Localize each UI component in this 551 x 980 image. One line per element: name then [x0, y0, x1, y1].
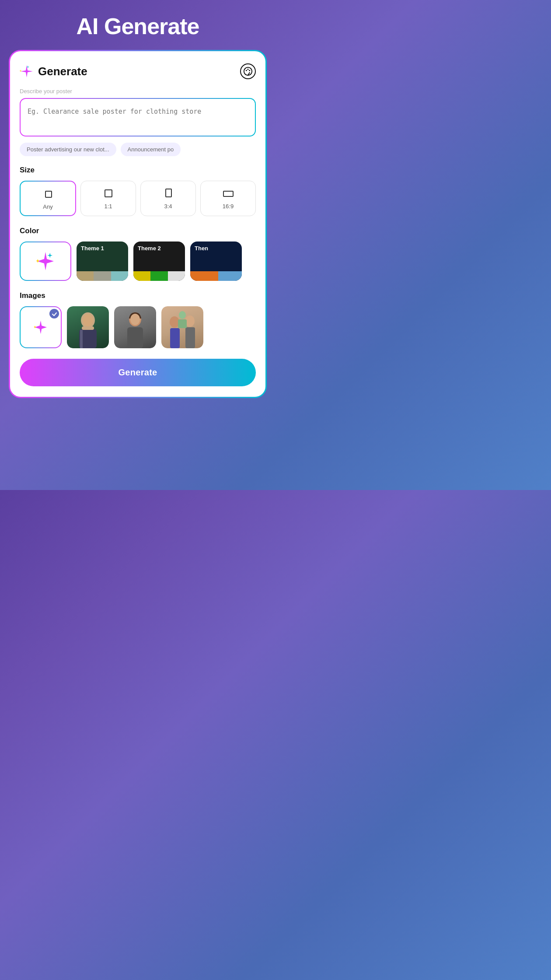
svg-rect-7 [45, 191, 52, 197]
svg-rect-10 [223, 191, 233, 196]
svg-rect-18 [80, 330, 83, 348]
svg-point-3 [244, 67, 252, 75]
color-option-default[interactable] [20, 242, 71, 281]
images-options [20, 306, 256, 348]
team-figure [161, 306, 203, 348]
describe-label: Describe your poster [20, 88, 256, 94]
theme3-colors [190, 271, 242, 281]
svg-point-19 [83, 314, 93, 326]
svg-point-23 [130, 314, 140, 325]
svg-marker-11 [37, 252, 54, 270]
color-title: Color [20, 227, 256, 235]
svg-point-4 [246, 70, 247, 71]
sparkle-image-icon [32, 318, 49, 336]
size-option-3-4[interactable]: 3:4 [140, 181, 196, 216]
theme1-label: Theme 1 [77, 242, 128, 271]
svg-rect-25 [170, 328, 180, 348]
color-option-theme3[interactable]: Then [190, 242, 242, 281]
image-option-team[interactable] [161, 306, 203, 348]
generate-button[interactable]: Generate [20, 359, 256, 386]
images-title: Images [20, 291, 256, 300]
image-option-default[interactable] [20, 306, 62, 348]
svg-point-24 [170, 316, 179, 328]
suggestion-chips: Poster advertising our new clot... Annou… [20, 143, 256, 156]
svg-marker-14 [35, 320, 47, 334]
size-3-4-label: 3:4 [164, 203, 172, 210]
svg-rect-29 [178, 319, 187, 328]
svg-rect-9 [166, 189, 171, 197]
palette-icon-button[interactable] [240, 63, 256, 79]
svg-marker-12 [47, 253, 52, 258]
size-1-1-icon [102, 187, 115, 200]
theme2-label: Theme 2 [133, 242, 185, 271]
svg-rect-20 [82, 326, 94, 330]
chip-1[interactable]: Poster advertising our new clot... [20, 143, 116, 156]
size-option-16-9[interactable]: 16:9 [200, 181, 256, 216]
theme2-colors [133, 271, 185, 281]
chip-2[interactable]: Announcement po [121, 143, 181, 156]
svg-rect-8 [105, 190, 112, 197]
size-any-icon [42, 188, 54, 200]
card-header: Generate [20, 63, 256, 79]
svg-marker-15 [34, 326, 37, 329]
size-options: Any 1:1 3:4 [20, 181, 256, 216]
theme3-label: Then [190, 242, 242, 271]
color-option-theme2[interactable]: Theme 2 [133, 242, 185, 281]
image-option-person1[interactable] [67, 306, 109, 348]
poster-input-wrapper [20, 98, 256, 136]
person1-figure [67, 306, 109, 348]
size-16-9-icon [222, 187, 234, 200]
color-option-theme1[interactable]: Theme 1 [77, 242, 128, 281]
sparkle-color-icon [34, 249, 57, 273]
poster-input[interactable] [21, 99, 255, 134]
selected-badge [49, 309, 59, 318]
size-1-1-label: 1:1 [104, 203, 112, 210]
svg-marker-2 [20, 70, 22, 72]
card-title: Generate [38, 65, 87, 78]
size-option-any[interactable]: Any [20, 181, 76, 216]
svg-marker-0 [21, 65, 33, 77]
svg-point-28 [179, 311, 186, 319]
size-16-9-label: 16:9 [223, 203, 234, 210]
image-option-person2[interactable] [114, 306, 156, 348]
color-options: Theme 1 Theme 2 Then [20, 242, 256, 281]
page-title: AI Generate [77, 13, 199, 39]
svg-rect-27 [185, 327, 195, 348]
svg-point-6 [249, 70, 250, 71]
size-any-label: Any [43, 203, 52, 210]
person2-figure [114, 306, 156, 348]
size-option-1-1[interactable]: 1:1 [80, 181, 136, 216]
theme1-colors [77, 271, 128, 281]
size-title: Size [20, 166, 256, 175]
svg-rect-22 [127, 327, 143, 348]
svg-point-5 [248, 69, 249, 70]
size-3-4-icon [162, 187, 174, 200]
svg-marker-13 [36, 259, 40, 263]
sparkle-icon [20, 64, 34, 78]
